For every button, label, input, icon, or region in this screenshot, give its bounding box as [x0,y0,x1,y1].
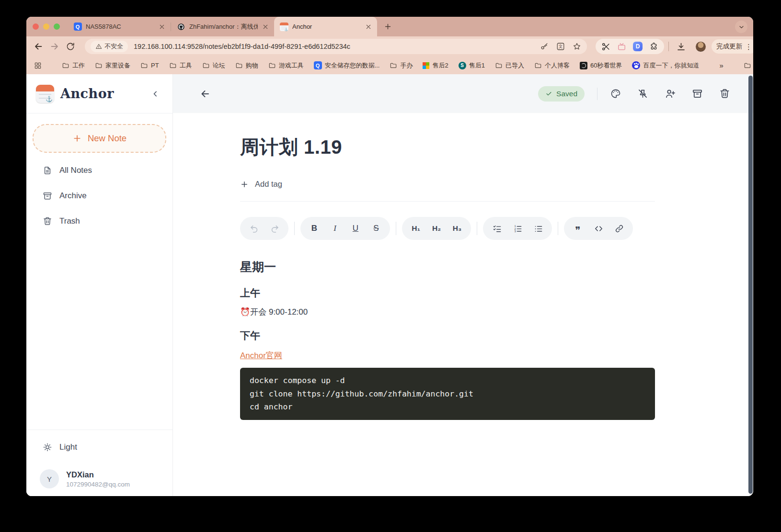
bookmark-sharepoint[interactable]: 售后1 [459,61,485,70]
minimize-window-button[interactable] [43,23,49,30]
share-note-button[interactable] [665,88,676,99]
page-scrollbar[interactable] [748,76,753,494]
toolbar-group-divider [396,222,396,235]
close-tab-icon[interactable] [262,23,269,31]
url-text[interactable]: 192.168.100.114:9528/notes/eb2bf1f9-da1d… [134,43,534,50]
tab-github[interactable]: ZhFahim/anchor：离线优先、 [171,17,274,36]
tv-extension-icon[interactable] [617,42,626,51]
delete-note-button[interactable] [719,88,730,99]
translate-icon[interactable] [556,42,565,51]
archive-icon [43,191,52,201]
strikethrough-button[interactable]: S [367,219,386,238]
chrome-menu-icon[interactable]: ⋮ [745,43,752,50]
bookmark-baidu[interactable]: 百度一下，你就知道 [632,61,699,70]
note-editor-pane: Saved 周计划 1.19 Add tag [173,74,753,496]
new-note-button[interactable]: New Note [33,124,166,153]
bookmark-folder[interactable]: 个人博客 [534,61,570,70]
format-toolbar: B I U S H₁ H₂ H₃ [240,217,655,240]
tab-anchor-active[interactable]: ⚓ Anchor [274,17,377,36]
bookmark-folder[interactable]: 已导入 [495,61,524,70]
all-bookmarks-button[interactable]: 所有书签 [744,61,753,70]
sidebar-item-trash[interactable]: Trash [33,210,166,232]
traffic-lights [33,23,60,30]
task-list-button[interactable] [487,219,506,238]
back-button[interactable] [33,41,44,52]
bookmark-folder[interactable]: 论坛 [202,61,225,70]
note-title[interactable]: 周计划 1.19 [240,134,655,160]
redo-button[interactable] [265,219,284,238]
bookmark-folder[interactable]: 手办 [390,61,413,70]
bookmark-label: 购物 [246,61,258,70]
theme-toggle[interactable]: Light [36,438,163,457]
add-tag-button[interactable]: Add tag [240,180,655,189]
insert-group: ❞ [564,217,633,240]
bullet-list-button[interactable] [528,219,548,238]
apps-grid-button[interactable] [34,62,42,69]
underline-button[interactable]: U [346,219,365,238]
note-paragraph: ⏰开会 9:00-12:00 [240,306,655,317]
undo-button[interactable] [244,219,264,238]
bookmark-folder[interactable]: 工作 [62,61,85,70]
bookmark-qnap[interactable]: 安全储存您的数据... [314,61,380,70]
bookmark-world[interactable]: 60秒看世界 [580,61,622,70]
profile-avatar[interactable] [696,42,706,52]
maximize-window-button[interactable] [54,23,60,30]
url-bar[interactable]: 不安全 192.168.100.114:9528/notes/eb2bf1f9-… [85,39,587,54]
note-scroll-area[interactable]: 周计划 1.19 Add tag B I [173,113,753,496]
code-block-button[interactable] [589,219,608,238]
warning-icon [95,43,102,50]
anchor-logo-icon: ⚓ [36,85,54,103]
bookmark-label: 手办 [400,61,413,70]
folder-icon [390,62,397,69]
heading2-button[interactable]: H₂ [427,219,446,238]
downloads-button[interactable] [676,41,686,52]
new-tab-button[interactable] [382,21,393,33]
blockquote-button[interactable]: ❞ [568,219,587,238]
sidebar-item-all-notes[interactable]: All Notes [33,159,166,181]
password-key-icon[interactable] [540,42,549,51]
scissors-extension-icon[interactable] [601,42,610,51]
sidebar-item-archive[interactable]: Archive [33,185,166,207]
qnap-favicon [73,23,82,31]
unpin-note-button[interactable] [637,88,648,99]
bold-button[interactable]: B [305,219,324,238]
bookmark-label: PT [151,62,159,69]
close-window-button[interactable] [33,23,39,30]
theme-palette-button[interactable] [610,88,621,99]
bookmark-folder[interactable]: 家里设备 [95,61,130,70]
back-to-notes-button[interactable] [199,88,211,100]
bookmark-folder[interactable]: PT [140,62,159,69]
collapse-sidebar-button[interactable] [150,89,160,99]
extensions-puzzle-icon[interactable] [649,42,658,51]
note-link[interactable]: Anchor官网 [240,350,282,361]
d-extension-icon[interactable] [633,42,643,51]
forward-button[interactable] [49,41,60,52]
heading1-button[interactable]: H₁ [406,219,425,238]
user-name: YDXian [66,470,130,479]
bookmarks-overflow-button[interactable]: » [719,61,723,69]
archive-note-button[interactable] [692,88,703,99]
close-tab-icon[interactable] [365,23,372,31]
tab-search-button[interactable] [735,21,747,33]
heading3-button[interactable]: H₃ [448,219,467,238]
ordered-list-button[interactable] [508,219,527,238]
note-body[interactable]: 星期一 上午 ⏰开会 9:00-12:00 下午 Anchor官网 docker… [240,259,655,420]
nav-label: Archive [59,191,87,201]
folder-icon [169,62,177,69]
update-chrome-button[interactable]: 完成更新 ⋮ [712,39,753,54]
close-tab-icon[interactable] [158,23,166,31]
bookmark-microsoft[interactable]: 售后2 [423,61,448,70]
heading-group: H₁ H₂ H₃ [402,217,471,240]
bookmark-folder[interactable]: 购物 [235,61,258,70]
bookmark-star-icon[interactable] [573,42,581,51]
security-chip[interactable]: 不安全 [91,41,128,52]
bookmark-folder[interactable]: 游戏工具 [268,61,304,70]
user-profile[interactable]: Y YDXian 1072990482@qq.com [36,469,163,488]
plus-icon [240,180,249,189]
code-line: cd anchor [250,400,645,414]
bookmark-folder[interactable]: 工具 [169,61,192,70]
insert-link-button[interactable] [609,219,629,238]
tab-nas[interactable]: NAS5878AC [68,17,171,36]
reload-button[interactable] [66,41,75,52]
italic-button[interactable]: I [325,219,345,238]
